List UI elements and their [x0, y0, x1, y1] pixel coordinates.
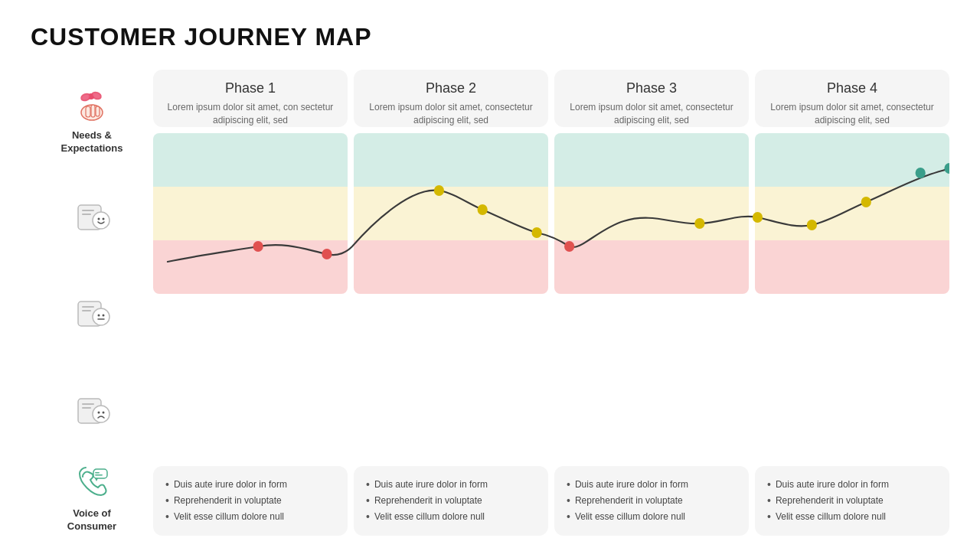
bullet-4-1: Duis aute irure dolor in form [767, 477, 937, 493]
band-3-yellow [554, 187, 749, 240]
svg-point-25 [103, 411, 105, 413]
phase-1-title: Phase 1 [165, 80, 335, 96]
svg-rect-21 [82, 310, 91, 311]
band-4-green [755, 133, 949, 187]
sidebar-needs-section: Needs &Expectations [31, 70, 153, 169]
svg-point-23 [93, 406, 109, 422]
svg-rect-13 [82, 210, 94, 211]
bullet-3-2: Reprehenderit in voluptate [567, 493, 737, 509]
sidebar-icon-sad [31, 363, 153, 459]
svg-point-18 [103, 315, 105, 317]
phase-card-2: Phase 2 Lorem ipsum dolor sit amet, cons… [354, 70, 548, 127]
sidebar: Needs &Expectations [31, 70, 153, 536]
bullet-list-4: Duis aute irure dolor in form Reprehende… [767, 477, 937, 525]
svg-rect-28 [93, 469, 107, 478]
needs-label: Needs &Expectations [61, 129, 123, 155]
svg-marker-31 [95, 478, 98, 481]
band-4-pink [755, 240, 949, 294]
svg-rect-30 [95, 474, 103, 476]
band-4-yellow [755, 187, 949, 240]
svg-rect-26 [82, 403, 94, 405]
page-title: CUSTOMER JOURNEY MAP [31, 23, 949, 51]
bullet-3-1: Duis aute irure dolor in form [567, 477, 737, 493]
bullets-section: Duis aute irure dolor in form Reprehende… [153, 466, 949, 536]
band-col-4 [755, 133, 949, 294]
bullet-card-2: Duis aute irure dolor in form Reprehende… [354, 466, 548, 536]
bullet-4-3: Velit esse cillum dolore null [767, 509, 937, 525]
bullet-2-2: Reprehenderit in voluptate [366, 493, 536, 509]
bullet-1-2: Reprehenderit in voluptate [165, 493, 335, 509]
band-col-2 [354, 133, 548, 294]
bullet-1-1: Duis aute irure dolor in form [165, 477, 335, 493]
svg-point-24 [98, 411, 100, 413]
band-1-pink [153, 240, 348, 294]
bullet-4-2: Reprehenderit in voluptate [767, 493, 937, 509]
band-col-3 [554, 133, 749, 294]
phase-3-title: Phase 3 [567, 80, 737, 96]
svg-rect-1 [86, 106, 90, 117]
phase-card-1: Phase 1 Lorem ipsum dolor sit amet, con … [153, 70, 348, 127]
svg-point-10 [93, 212, 109, 229]
phase-4-title: Phase 4 [767, 80, 937, 96]
svg-point-12 [103, 218, 105, 220]
phase-headers: Phase 1 Lorem ipsum dolor sit amet, con … [153, 70, 949, 127]
phase-card-3: Phase 3 Lorem ipsum dolor sit amet, cons… [554, 70, 749, 127]
sidebar-icon-neutral [31, 266, 153, 362]
svg-rect-2 [91, 105, 95, 117]
band-1-yellow [153, 187, 348, 240]
phase-2-title: Phase 2 [366, 80, 536, 96]
svg-rect-14 [82, 214, 91, 215]
svg-rect-27 [82, 407, 91, 409]
svg-rect-3 [96, 106, 100, 116]
bullet-card-3: Duis aute irure dolor in form Reprehende… [554, 466, 749, 536]
svg-point-11 [98, 218, 100, 220]
chart-bands [153, 133, 949, 294]
phases-area: Phase 1 Lorem ipsum dolor sit amet, con … [153, 70, 949, 536]
band-2-pink [354, 240, 548, 294]
bullet-list-2: Duis aute irure dolor in form Reprehende… [366, 477, 536, 525]
band-3-green [554, 133, 749, 187]
bullet-card-4: Duis aute irure dolor in form Reprehende… [755, 466, 949, 536]
bullet-2-3: Velit esse cillum dolore null [366, 509, 536, 525]
phase-1-desc: Lorem ipsum dolor sit amet, con sectetur… [165, 101, 335, 127]
phase-2-desc: Lorem ipsum dolor sit amet, consectetur … [366, 101, 536, 127]
sidebar-chart-icons [31, 169, 153, 459]
svg-point-16 [93, 308, 109, 325]
phase-3-desc: Lorem ipsum dolor sit amet, consectetur … [567, 101, 737, 127]
svg-point-17 [98, 315, 100, 317]
svg-rect-20 [82, 306, 94, 308]
bullet-list-1: Duis aute irure dolor in form Reprehende… [165, 477, 335, 525]
bullet-1-3: Velit esse cillum dolore null [165, 509, 335, 525]
bullet-2-1: Duis aute irure dolor in form [366, 477, 536, 493]
chart-section [153, 133, 949, 460]
bullet-3-3: Velit esse cillum dolore null [567, 509, 737, 525]
sidebar-voice-section: Voice ofConsumer [31, 459, 153, 536]
sidebar-icon-happy [31, 169, 153, 266]
phase-4-desc: Lorem ipsum dolor sit amet, consectetur … [767, 101, 937, 127]
voice-label: Voice ofConsumer [67, 507, 116, 533]
svg-rect-29 [95, 472, 100, 474]
band-3-pink [554, 240, 749, 294]
band-2-green [354, 133, 548, 187]
band-1-green [153, 133, 348, 187]
phase-card-4: Phase 4 Lorem ipsum dolor sit amet, cons… [755, 70, 949, 127]
bullet-card-1: Duis aute irure dolor in form Reprehende… [153, 466, 348, 536]
band-2-yellow [354, 187, 548, 240]
band-col-1 [153, 133, 348, 294]
bullet-list-3: Duis aute irure dolor in form Reprehende… [567, 477, 737, 525]
needs-icon [70, 83, 113, 129]
voice-icon [70, 461, 113, 507]
